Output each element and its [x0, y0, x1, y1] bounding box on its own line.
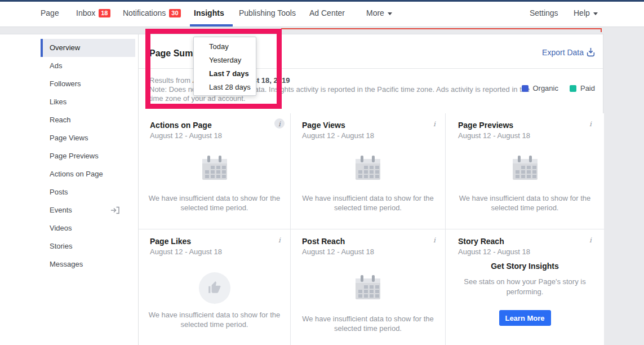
legend-paid-label: Paid [580, 84, 595, 92]
dropdown-item-last-28-days[interactable]: Last 28 days [194, 81, 256, 94]
nav-ad-center-label: Ad Center [309, 8, 345, 17]
card-title: Post Reach [302, 237, 345, 246]
sidebar-item-videos[interactable]: Videos [41, 219, 135, 237]
nav-more[interactable]: More [366, 8, 392, 17]
nav-insights-label: Insights [194, 8, 224, 17]
sidebar-item-actions-on-page[interactable]: Actions on Page [41, 165, 135, 183]
sidebar-item-page-previews[interactable]: Page Previews [41, 147, 135, 165]
top-accent-bar [0, 0, 644, 2]
nav-publishing-tools-label: Publishing Tools [239, 8, 296, 17]
dropdown-item-yesterday[interactable]: Yesterday [194, 54, 256, 67]
download-icon [587, 47, 595, 57]
paid-swatch [570, 85, 576, 92]
sidebar-label: Messages [50, 260, 83, 268]
card-title: Page Views [302, 121, 345, 130]
sidebar-label: Likes [50, 98, 66, 106]
thumb-up-icon [199, 272, 230, 304]
legend-item-organic: Organic [522, 84, 558, 92]
sidebar-label: Events [50, 206, 72, 214]
info-icon[interactable] [585, 118, 596, 129]
calendar-icon [354, 155, 381, 183]
chevron-down-icon [388, 12, 392, 15]
sidebar-item-page-views[interactable]: Page Views [41, 129, 135, 147]
inbox-badge: 18 [99, 9, 110, 17]
info-icon[interactable] [429, 118, 439, 129]
organic-swatch [522, 85, 528, 92]
insufficient-data-message: We have insufficient data to show for th… [452, 193, 598, 213]
card-date-range: August 12 - August 18 [458, 247, 530, 256]
nav-help[interactable]: Help [574, 8, 598, 17]
card-page-views: Page Views August 12 - August 18 We have… [291, 113, 446, 229]
card-date-range: August 12 - August 18 [150, 131, 222, 140]
dropdown-item-today[interactable]: Today [194, 40, 256, 54]
annotation-red-line [281, 28, 602, 32]
sidebar-label: Stories [50, 242, 72, 250]
export-data-link[interactable]: Export Data [542, 47, 595, 57]
sidebar-item-events[interactable]: Events [41, 201, 135, 219]
nav-publishing-tools[interactable]: Publishing Tools [239, 8, 296, 17]
card-title: Story Reach [458, 237, 504, 246]
open-in-new-icon [110, 206, 119, 214]
sidebar-label: Actions on Page [50, 170, 103, 178]
sidebar-item-likes[interactable]: Likes [41, 93, 135, 111]
card-story-reach: Story Reach August 12 - August 18 Get St… [446, 229, 604, 345]
info-icon[interactable] [585, 235, 596, 245]
nav-notifications[interactable]: Notifications30 [123, 8, 181, 18]
nav-page[interactable]: Page [41, 8, 59, 17]
info-icon[interactable] [274, 235, 285, 245]
export-data-label: Export Data [542, 48, 584, 57]
calendar-icon [512, 155, 539, 183]
legend-item-paid: Paid [570, 84, 595, 92]
top-navigation: Page Inbox18 Notifications30 Insights Pu… [0, 0, 644, 27]
insufficient-data-message: We have insufficient data to show for th… [295, 193, 441, 213]
notifications-badge: 30 [169, 9, 180, 17]
nav-inbox-label: Inbox [76, 8, 95, 17]
card-actions-on-page: Actions on Page August 12 - August 18 We… [139, 113, 291, 229]
card-date-range: August 12 - August 18 [302, 131, 374, 140]
sidebar-label: Followers [50, 79, 81, 88]
card-title: Page Likes [150, 237, 191, 246]
sidebar-item-posts[interactable]: Posts [41, 183, 135, 201]
nav-settings[interactable]: Settings [530, 8, 558, 17]
legend-organic-label: Organic [532, 84, 558, 92]
nav-help-label: Help [574, 8, 590, 17]
learn-more-button[interactable]: Learn More [499, 310, 551, 326]
nav-insights[interactable]: Insights [194, 8, 224, 17]
story-insights-description: See stats on how your Page's story is pe… [457, 277, 593, 297]
info-icon[interactable] [429, 235, 439, 245]
insufficient-data-message: We have insufficient data to show for th… [142, 193, 287, 213]
card-post-reach: Post Reach August 12 - August 18 We have… [291, 229, 446, 345]
sidebar-item-messages[interactable]: Messages [41, 255, 135, 273]
calendar-icon [201, 155, 228, 183]
insufficient-data-message: We have insufficient data to show for th… [295, 314, 441, 333]
dropdown-item-last-7-days[interactable]: Last 7 days [194, 67, 256, 81]
nav-page-label: Page [41, 8, 59, 17]
card-title: Page Previews [458, 121, 513, 130]
sidebar-item-stories[interactable]: Stories [41, 237, 135, 255]
sidebar-label: Page Previews [50, 152, 99, 160]
sidebar-label: Posts [50, 188, 68, 196]
nav-ad-center[interactable]: Ad Center [309, 8, 345, 17]
insights-sidebar: Overview Ads Followers Likes Reach Page … [0, 34, 138, 345]
legend: Organic Paid [522, 84, 595, 92]
card-date-range: August 12 - August 18 [458, 131, 530, 140]
sidebar-label: Videos [50, 224, 72, 232]
card-date-range: August 12 - August 18 [150, 247, 222, 256]
sidebar-label: Reach [50, 116, 71, 124]
card-title: Actions on Page [150, 121, 212, 130]
sidebar-item-ads[interactable]: Ads [41, 57, 135, 75]
sidebar-item-overview[interactable]: Overview [41, 39, 135, 57]
card-page-likes: Page Likes August 12 - August 18 We have… [139, 229, 291, 345]
date-range-dropdown: Today Yesterday Last 7 days Last 28 days [193, 37, 256, 96]
card-page-previews: Page Previews August 12 - August 18 We h… [446, 113, 604, 229]
nav-notifications-label: Notifications [123, 8, 166, 17]
nav-settings-label: Settings [530, 8, 558, 17]
sidebar-item-followers[interactable]: Followers [41, 75, 135, 93]
sidebar-item-reach[interactable]: Reach [41, 111, 135, 129]
sidebar-label: Page Views [50, 134, 88, 142]
get-story-insights-heading: Get Story Insights [446, 262, 604, 271]
nav-inbox[interactable]: Inbox18 [76, 8, 110, 18]
calendar-icon [354, 275, 381, 303]
card-date-range: August 12 - August 18 [302, 247, 374, 256]
info-icon[interactable] [274, 118, 285, 129]
